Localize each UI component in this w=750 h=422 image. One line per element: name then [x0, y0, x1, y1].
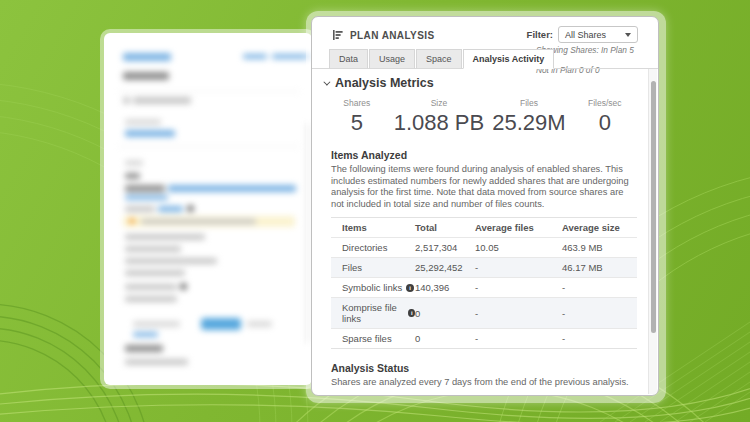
blurred-text	[125, 206, 155, 212]
metric-size: Size 1.088 PB	[392, 98, 487, 136]
blurred-content	[104, 33, 312, 385]
blurred-divider	[118, 146, 300, 147]
blurred-text	[125, 296, 177, 302]
items-analyzed-description: The following items were found during an…	[331, 164, 637, 210]
blurred-divider	[118, 91, 300, 92]
scrollbar-thumb[interactable]	[651, 81, 656, 333]
blurred-link	[125, 195, 168, 200]
blurred-list-item	[125, 234, 205, 240]
table-header-row: Items Total Average files Average size	[331, 218, 637, 237]
filter-control: Filter: All Shares	[527, 26, 638, 43]
tab-bar: Data Usage Space Analysis Activity	[312, 50, 658, 69]
blurred-text	[133, 321, 180, 327]
blurred-list-item	[125, 258, 217, 264]
blurred-link	[168, 185, 296, 192]
blurred-primary-button	[201, 318, 241, 330]
section-title: Analysis Metrics	[335, 76, 434, 90]
blurred-link	[272, 54, 310, 59]
blurred-text	[125, 359, 188, 365]
metric-files: Files 25.29M	[486, 98, 571, 136]
shares-filter-dropdown[interactable]: All Shares	[558, 26, 638, 43]
blurred-link	[133, 332, 158, 337]
blurred-text	[125, 119, 161, 125]
blurred-text	[125, 173, 140, 179]
tab-content: Analysis Metrics Shares 5 Size 1.088 PB …	[312, 69, 648, 395]
blurred-text	[125, 185, 165, 192]
caret-down-icon	[625, 33, 631, 37]
blurred-info-icon	[187, 205, 194, 212]
panel-scrollbar[interactable]	[648, 69, 657, 394]
items-analyzed-heading: Items Analyzed	[331, 149, 648, 161]
blurred-dialog-body	[104, 33, 312, 385]
tab-usage[interactable]: Usage	[369, 49, 415, 69]
items-analyzed-table: Items Total Average files Average size D…	[331, 217, 637, 349]
blurred-text	[141, 219, 256, 224]
blurred-warning-icon	[129, 218, 135, 224]
blurred-text	[125, 284, 177, 290]
blurred-info-icon	[180, 283, 187, 290]
blurred-text	[247, 321, 272, 327]
table-row-symbolic-links: Symbolic linksi 140,396 - -	[331, 277, 637, 297]
analysis-metrics-toggle[interactable]: Analysis Metrics	[323, 76, 648, 90]
tab-space[interactable]: Space	[416, 49, 462, 69]
metrics-row: Shares 5 Size 1.088 PB Files 25.29M File…	[322, 98, 638, 136]
blurred-list-item	[125, 246, 181, 252]
table-row-directories: Directories 2,517,304 10.05 463.9 MB	[331, 237, 637, 257]
blurred-label	[125, 160, 143, 166]
blurred-link	[125, 130, 175, 137]
blurred-text	[133, 97, 191, 104]
info-icon[interactable]: i	[406, 284, 414, 292]
filter-label: Filter:	[527, 29, 553, 40]
bar-chart-icon	[332, 29, 344, 41]
table-row-komprise-file-links: Komprise file linksi 0 - -	[331, 297, 637, 328]
blurred-dialog	[100, 29, 316, 389]
blurred-list-item	[125, 270, 185, 276]
metric-files-per-sec: Files/sec 0	[572, 98, 638, 136]
plan-analysis-panel: PLAN ANALYSIS Filter: All Shares Showing…	[306, 11, 666, 403]
metric-shares: Shares 5	[322, 98, 392, 136]
blurred-heading	[125, 345, 163, 352]
blurred-icon	[123, 97, 130, 104]
tab-data[interactable]: Data	[329, 49, 368, 69]
plan-analysis-panel-body: PLAN ANALYSIS Filter: All Shares Showing…	[311, 16, 659, 396]
chevron-down-icon	[323, 78, 330, 85]
analysis-status-heading: Analysis Status	[331, 362, 648, 374]
panel-header: PLAN ANALYSIS	[332, 29, 434, 41]
analysis-status-description: Shares are analyzed every 7 days from th…	[331, 377, 637, 389]
blurred-heading	[123, 72, 169, 80]
table-row-files: Files 25,292,452 - 46.17 MB	[331, 257, 637, 277]
filter-selected-value: All Shares	[565, 30, 606, 40]
table-row-sparse-files: Sparse files 0 - -	[331, 328, 637, 348]
page-title: PLAN ANALYSIS	[350, 30, 434, 41]
blurred-link	[158, 206, 183, 212]
blurred-link	[243, 54, 267, 59]
tab-analysis-activity[interactable]: Analysis Activity	[463, 49, 555, 69]
blurred-link	[123, 53, 171, 61]
